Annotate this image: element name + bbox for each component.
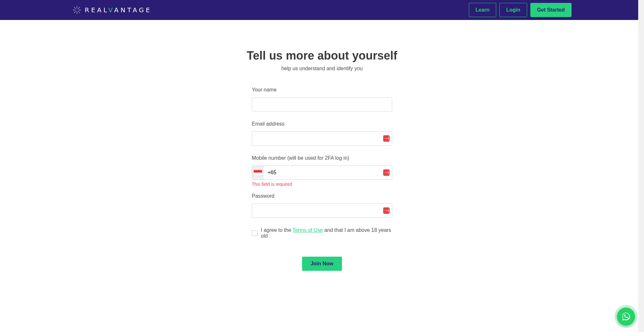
join-now-button[interactable]: Join Now [302, 257, 342, 271]
svg-line-7 [74, 11, 76, 13]
login-button[interactable]: Login [499, 3, 527, 17]
password-manager-icon[interactable] [383, 169, 390, 176]
svg-line-5 [78, 11, 80, 13]
learn-button[interactable]: Learn [469, 3, 497, 17]
email-input[interactable] [252, 131, 392, 146]
signup-form: Your name Email address Mobile number (w… [252, 87, 392, 271]
brand-wordmark: REALVANTAGE [85, 6, 152, 14]
page-title: Tell us more about yourself [247, 49, 397, 62]
terms-label: I agree to the Terms of Use and that I a… [261, 227, 392, 239]
brand-logo[interactable]: REALVANTAGE [72, 5, 152, 14]
terms-checkbox[interactable] [252, 230, 258, 236]
svg-line-4 [74, 7, 76, 9]
name-input-wrap [252, 97, 392, 111]
password-label: Password [252, 193, 392, 199]
terms-row: I agree to the Terms of Use and that I a… [252, 227, 392, 239]
top-nav: Learn Login Get Started [469, 3, 572, 17]
country-selector[interactable] [252, 166, 264, 179]
site-header: REALVANTAGE Learn Login Get Started [0, 0, 644, 20]
email-label: Email address [252, 121, 392, 127]
svg-line-6 [78, 7, 80, 9]
get-started-button[interactable]: Get Started [530, 3, 572, 17]
password-input[interactable] [252, 204, 392, 218]
signup-page: Tell us more about yourself help us unde… [0, 20, 644, 271]
password-input-wrap [252, 204, 392, 218]
logo-burst-icon [72, 5, 81, 14]
password-manager-icon[interactable] [383, 207, 390, 214]
email-input-wrap [252, 131, 392, 146]
singapore-flag-icon [253, 170, 262, 175]
mobile-input[interactable] [252, 166, 392, 180]
name-input[interactable] [252, 97, 392, 111]
scrollbar-track[interactable] [638, 0, 644, 271]
submit-row: Join Now [252, 257, 392, 271]
mobile-error-text: This field is required [252, 182, 392, 187]
name-label: Your name [252, 87, 392, 93]
mobile-label: Mobile number (will be used for 2FA log … [252, 155, 392, 161]
page-subtitle: help us understand and identify you [281, 66, 363, 71]
mobile-input-wrap [252, 166, 392, 180]
password-manager-icon[interactable] [383, 135, 390, 142]
terms-of-use-link[interactable]: Terms of Use [292, 227, 323, 233]
